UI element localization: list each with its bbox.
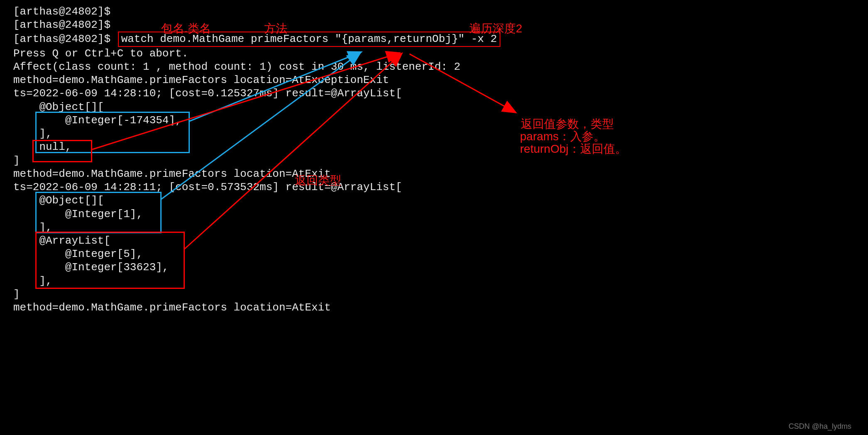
output-line: @ArrayList[ [13,234,868,247]
output-line: Press Q or Ctrl+C to abort. [13,47,868,60]
output-line: method=demo.MathGame.primeFactors locati… [13,167,868,181]
output-line: method=demo.MathGame.primeFactors locati… [13,301,868,314]
prompt-line: [arthas@24802]$ [13,18,868,32]
prompt: [arthas@24802]$ [13,33,110,45]
output-line: ] [13,288,868,301]
watermark-text: CSDN @ha_lydms [789,422,851,431]
output-line: method=demo.MathGame.primeFactors locati… [13,73,868,87]
output-line: Affect(class count: 1 , method count: 1)… [13,60,868,73]
output-line: @Integer[5], [13,247,868,261]
output-line: ], [13,127,868,140]
output-line: ] [13,154,868,167]
output-line: @Integer[1], [13,208,868,221]
annotation-return-returnobj: returnObj：返回值。 [520,142,627,156]
annotation-pkg-class: 包名.类名 [161,22,211,36]
output-line: null, [13,140,868,154]
output-line: ts=2022-06-09 14:28:10; [cost=0.125327ms… [13,87,868,100]
output-line: @Integer[-174354], [13,114,868,127]
annotation-method: 方法 [264,22,287,36]
output-line: ts=2022-06-09 14:28:11; [cost=0.573532ms… [13,181,868,194]
output-line: ], [13,221,868,234]
prompt-line: [arthas@24802]$ [13,5,868,18]
prompt: [arthas@24802]$ [13,19,110,31]
prompt: [arthas@24802]$ [13,5,110,18]
annotation-return-type: 返回类型 [295,174,341,188]
annotation-depth: 遍历深度2 [469,22,522,36]
prompt-line: [arthas@24802]$ watch demo.MathGame prim… [13,32,868,46]
output-line: @Object[][ [13,100,868,114]
output-line: ], [13,274,868,288]
output-line: @Integer[33623], [13,261,868,274]
output-line: @Object[][ [13,194,868,207]
